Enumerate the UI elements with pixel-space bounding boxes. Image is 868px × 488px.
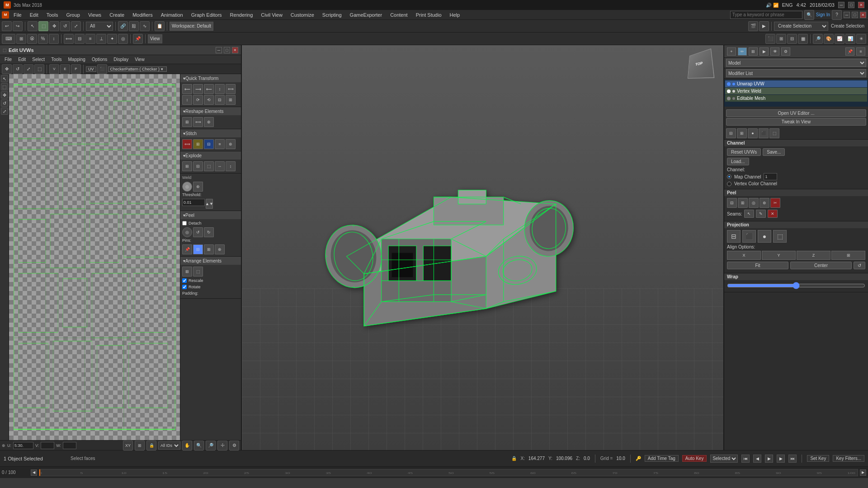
material-editor-button[interactable]: 🎨 [824, 34, 834, 44]
uv-freeform-btn[interactable]: ⬚ [34, 64, 44, 74]
qt-align-right[interactable]: ⟶ [193, 84, 203, 94]
align-extra-btn[interactable]: ⊞ [831, 251, 865, 260]
fit-button[interactable]: Fit [727, 262, 788, 269]
explode-4[interactable]: ↔ [215, 161, 225, 171]
sign-in-button[interactable]: Sign In [816, 12, 830, 17]
uv-menu-tools[interactable]: Tools [48, 56, 64, 62]
prev-key-button[interactable]: ◀ [753, 455, 761, 463]
uv-menu-select[interactable]: Select [29, 56, 47, 62]
particle-view-button[interactable]: ✳ [856, 34, 866, 44]
peel-icon-3[interactable]: ◎ [749, 198, 759, 208]
render-setup-button[interactable]: 🎬 [748, 21, 758, 31]
peel-1[interactable]: ◎ [182, 227, 192, 237]
selected-dropdown[interactable]: Selected [710, 455, 738, 463]
threshold-spinner[interactable]: ▲▼ [206, 199, 213, 209]
timeline-prev-button[interactable]: ◀ [31, 469, 37, 476]
menu-content[interactable]: Content [387, 11, 411, 19]
uv-menu-mapping[interactable]: Mapping [66, 56, 88, 62]
modifier-editable-mesh[interactable]: Editable Mesh [725, 95, 867, 102]
viewport-layout-3[interactable]: ⊟ [787, 34, 797, 44]
qt-rotate-90[interactable]: ⟳ [193, 95, 203, 105]
explode-3[interactable]: ⬚ [204, 161, 214, 171]
selection-filter-dropdown[interactable]: All [86, 22, 113, 31]
reshape-2[interactable]: ⟺ [193, 117, 203, 127]
peel-icon-4[interactable]: ⊛ [760, 198, 769, 208]
rotate-tool-button[interactable]: ↺ [60, 21, 70, 31]
checker-pattern-dropdown[interactable]: CheckerPattern ( Checker ) ▾ [108, 66, 167, 72]
qt-align-top[interactable]: ⟵ [204, 84, 214, 94]
uv-viewport[interactable] [9, 74, 180, 440]
uv-scale-btn[interactable]: ⤢ [24, 64, 33, 74]
select-by-name-button[interactable]: 🔎 [813, 34, 823, 44]
uv-w-input[interactable] [63, 442, 76, 449]
modifier-list-dropdown[interactable]: Modifier List [726, 69, 866, 77]
angle-snap[interactable]: ⦿ [27, 34, 37, 44]
map-channel-radio[interactable] [727, 174, 731, 179]
uv-menu-edit[interactable]: Edit [15, 56, 28, 62]
proj-face[interactable]: ⬚ [769, 128, 779, 138]
menu-rendering[interactable]: Rendering [226, 11, 257, 19]
uv-tool-3[interactable]: ✥ [1, 91, 8, 99]
snap-toggle[interactable]: ⊞ [16, 34, 26, 44]
stitch-5[interactable]: ⊛ [226, 139, 236, 149]
curve-editor-button[interactable]: 📈 [835, 34, 844, 44]
align-button[interactable]: ⊟ [75, 34, 85, 44]
vertex-color-radio[interactable] [727, 182, 731, 186]
stitch-header[interactable]: ▾ Stitch [180, 129, 241, 137]
scale-tool-button[interactable]: ⤢ [71, 21, 81, 31]
peel-3[interactable]: ↻ [204, 227, 214, 237]
stitch-3[interactable]: ⊟ [204, 139, 214, 149]
redo-button[interactable]: ↪ [13, 21, 23, 31]
uv-move-btn[interactable]: ✥ [2, 64, 12, 74]
qt-flip-v[interactable]: ↕ [182, 95, 192, 105]
peel-icon-1[interactable]: ⊟ [727, 198, 737, 208]
reset-rotate-btn[interactable]: ↺ [854, 262, 865, 269]
viewport-3d[interactable]: TOP [242, 45, 723, 450]
pin-4[interactable]: ⊛ [215, 244, 225, 254]
quick-transform-header[interactable]: ▾ Quick Transform [180, 74, 241, 82]
menu-help[interactable]: Help [446, 11, 464, 19]
named-sel-sets[interactable]: 📌 [133, 34, 143, 44]
layer-manager-button[interactable]: 📋 [155, 21, 165, 31]
uv-lock-toggle[interactable]: 🔒 [146, 441, 156, 450]
menu-group[interactable]: Group [62, 11, 84, 19]
align-z-btn[interactable]: Z [797, 251, 830, 260]
uv-u-input[interactable] [13, 442, 33, 449]
set-key-button[interactable]: Set Key [807, 455, 829, 462]
search-icon[interactable]: 🔍 [804, 10, 814, 20]
menu-create[interactable]: Create [106, 11, 128, 19]
proj-cylinder-btn[interactable]: ⬛ [742, 230, 756, 243]
pin-1[interactable]: 📌 [182, 244, 192, 254]
uv-menu-options[interactable]: Options [89, 56, 110, 62]
menu-tools[interactable]: Tools [43, 11, 62, 19]
center-button[interactable]: Center [790, 262, 852, 269]
peel-header[interactable]: ▾ Peel [180, 211, 241, 219]
uv-minimize-button[interactable]: ─ [216, 47, 222, 53]
stitch-4[interactable]: ≡ [215, 139, 225, 149]
qt-align-left[interactable]: ⟵ [182, 84, 192, 94]
proj-planar[interactable]: ⊟ [726, 128, 736, 138]
explode-header[interactable]: ▾ Explode [180, 151, 241, 160]
rs-hierarchy-icon[interactable]: ⊞ [749, 47, 758, 56]
proj-sphere-btn[interactable]: ● [758, 230, 771, 243]
next-key-button[interactable]: ▶ [777, 455, 785, 463]
prev-frame-button[interactable]: ⏮ [741, 455, 750, 463]
rs-config-icon[interactable]: ≡ [856, 47, 865, 56]
peel-icon-5[interactable]: ✂ [770, 198, 780, 208]
menu-customize[interactable]: Customize [287, 11, 318, 19]
uv-settings[interactable]: ⚙ [229, 441, 239, 450]
modifier-vertex-weld[interactable]: Vertex Weld [725, 88, 867, 94]
rotate-checkbox[interactable] [182, 285, 187, 289]
uv-close-button[interactable]: ✕ [232, 47, 238, 53]
load-channel-button[interactable]: Load... [727, 158, 749, 165]
qt-rotate-minus90[interactable]: ⟲ [204, 95, 214, 105]
next-frame-button[interactable]: ⏭ [788, 455, 797, 463]
reshape-header[interactable]: ▾ Reshape Elements [180, 107, 241, 115]
uv-toggle-btn[interactable]: UV [86, 66, 96, 72]
save-channel-button[interactable]: Save... [763, 148, 785, 156]
seam-point-btn[interactable]: ↖ [744, 210, 754, 218]
menu-views[interactable]: Views [85, 11, 105, 19]
rs-pin-icon[interactable]: 📌 [845, 47, 854, 56]
rs-display-icon[interactable]: 👁 [770, 47, 779, 56]
uv-zoom-in[interactable]: 🔎 [206, 441, 216, 450]
